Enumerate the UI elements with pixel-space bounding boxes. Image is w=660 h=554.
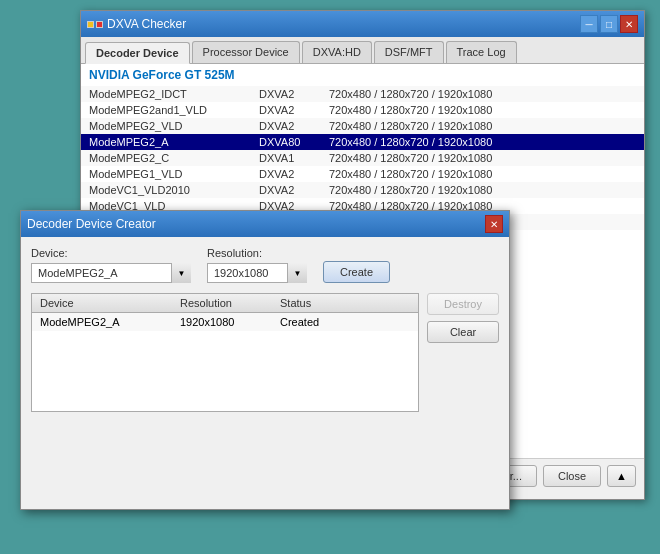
row-status: Created bbox=[280, 316, 410, 328]
gpu-header: NVIDIA GeForce GT 525M bbox=[81, 64, 644, 86]
tab-trace-log[interactable]: Trace Log bbox=[446, 41, 517, 63]
col-header-status: Status bbox=[280, 297, 410, 309]
col-header-resolution: Resolution bbox=[180, 297, 280, 309]
app-icon bbox=[87, 16, 103, 32]
close-button[interactable]: ✕ bbox=[620, 15, 638, 33]
table-empty-area bbox=[32, 331, 418, 411]
maximize-button[interactable]: □ bbox=[600, 15, 618, 33]
list-item[interactable]: ModeMPEG2_C DXVA1 720x480 / 1280x720 / 1… bbox=[81, 150, 644, 166]
resolution-label: Resolution: bbox=[207, 247, 307, 259]
resolution-field-group: Resolution: 1920x1080 1280x720 720x480 ▼ bbox=[207, 247, 307, 283]
destroy-button[interactable]: Destroy bbox=[427, 293, 499, 315]
clear-button[interactable]: Clear bbox=[427, 321, 499, 343]
tab-processor-device[interactable]: Processor Device bbox=[192, 41, 300, 63]
title-controls: ─ □ ✕ bbox=[580, 15, 638, 33]
tab-decoder-device[interactable]: Decoder Device bbox=[85, 42, 190, 64]
dialog-content: Device: ModeMPEG2_A ModeMPEG2_IDCT ModeM… bbox=[21, 237, 509, 422]
scroll-up-button[interactable]: ▲ bbox=[607, 465, 636, 487]
dialog-table: Device Resolution Status ModeMPEG2_A 192… bbox=[31, 293, 419, 412]
resolution-select[interactable]: 1920x1080 1280x720 720x480 bbox=[207, 263, 307, 283]
dialog-close-button[interactable]: ✕ bbox=[485, 215, 503, 233]
list-item[interactable]: ModeVC1_VLD2010 DXVA2 720x480 / 1280x720… bbox=[81, 182, 644, 198]
list-item[interactable]: ModeMPEG1_VLD DXVA2 720x480 / 1280x720 /… bbox=[81, 166, 644, 182]
device-field-group: Device: ModeMPEG2_A ModeMPEG2_IDCT ModeM… bbox=[31, 247, 191, 283]
col-header-device: Device bbox=[40, 297, 180, 309]
list-item-selected[interactable]: ModeMPEG2_A DXVA80 720x480 / 1280x720 / … bbox=[81, 134, 644, 150]
dialog-title-bar: Decoder Device Creator ✕ bbox=[21, 211, 509, 237]
dialog-controls-row: Device: ModeMPEG2_A ModeMPEG2_IDCT ModeM… bbox=[31, 247, 499, 283]
list-item[interactable]: ModeMPEG2_IDCT DXVA2 720x480 / 1280x720 … bbox=[81, 86, 644, 102]
device-select-wrapper: ModeMPEG2_A ModeMPEG2_IDCT ModeMPEG2and1… bbox=[31, 263, 191, 283]
tab-dxva-hd[interactable]: DXVA:HD bbox=[302, 41, 372, 63]
list-item[interactable]: ModeMPEG2_VLD DXVA2 720x480 / 1280x720 /… bbox=[81, 118, 644, 134]
row-device: ModeMPEG2_A bbox=[40, 316, 180, 328]
close-main-button[interactable]: Close bbox=[543, 465, 601, 487]
dialog-decoder-creator: Decoder Device Creator ✕ Device: ModeMPE… bbox=[20, 210, 510, 510]
create-button[interactable]: Create bbox=[323, 261, 390, 283]
dialog-table-container: Device Resolution Status ModeMPEG2_A 192… bbox=[31, 293, 419, 412]
window-title: DXVA Checker bbox=[107, 17, 186, 31]
device-label: Device: bbox=[31, 247, 191, 259]
device-select[interactable]: ModeMPEG2_A ModeMPEG2_IDCT ModeMPEG2and1… bbox=[31, 263, 191, 283]
title-bar: DXVA Checker ─ □ ✕ bbox=[81, 11, 644, 37]
resolution-select-wrapper: 1920x1080 1280x720 720x480 ▼ bbox=[207, 263, 307, 283]
dialog-title: Decoder Device Creator bbox=[27, 217, 156, 231]
tab-dsf-mft[interactable]: DSF/MFT bbox=[374, 41, 444, 63]
title-bar-left: DXVA Checker bbox=[87, 16, 186, 32]
dialog-right-buttons: Destroy Clear bbox=[427, 293, 499, 412]
list-item[interactable]: ModeMPEG2and1_VLD DXVA2 720x480 / 1280x7… bbox=[81, 102, 644, 118]
table-row[interactable]: ModeMPEG2_A 1920x1080 Created bbox=[32, 313, 418, 331]
row-resolution: 1920x1080 bbox=[180, 316, 280, 328]
dialog-table-area: Device Resolution Status ModeMPEG2_A 192… bbox=[31, 293, 499, 412]
table-header: Device Resolution Status bbox=[32, 294, 418, 313]
tab-bar: Decoder Device Processor Device DXVA:HD … bbox=[81, 37, 644, 64]
minimize-button[interactable]: ─ bbox=[580, 15, 598, 33]
